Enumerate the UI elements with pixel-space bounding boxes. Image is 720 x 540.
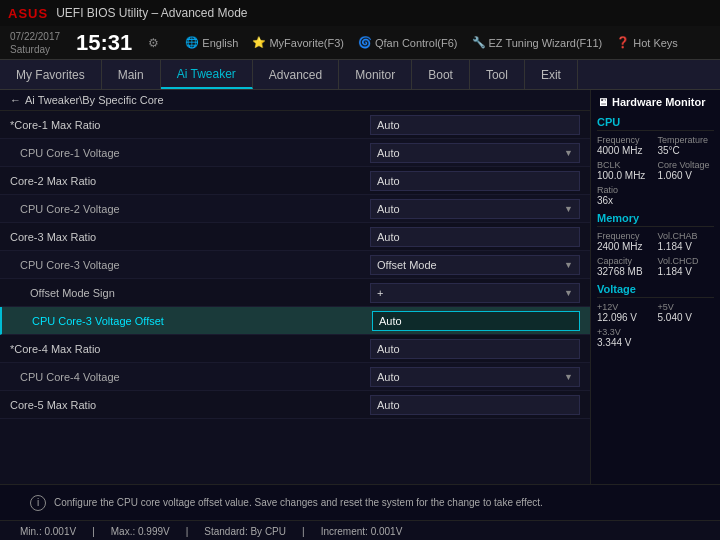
breadcrumb-path: Ai Tweaker\By Specific Core: [25, 94, 164, 106]
memory-section-title: Memory: [597, 212, 714, 227]
table-row: Core-3 Max Ratio Auto: [0, 223, 590, 251]
table-row: CPU Core-3 Voltage Offset Mode: [0, 251, 590, 279]
settings-list: *Core-1 Max Ratio Auto CPU Core-1 Voltag…: [0, 111, 590, 484]
tab-advanced[interactable]: Advanced: [253, 60, 339, 89]
setting-label: Core-5 Max Ratio: [10, 399, 370, 411]
date-block: 07/22/2017 Saturday: [10, 30, 60, 56]
hw-monitor: 🖥 Hardware Monitor CPU Frequency 4000 MH…: [590, 90, 720, 484]
hw-monitor-title: 🖥 Hardware Monitor: [597, 96, 714, 108]
cpu-section-title: CPU: [597, 116, 714, 131]
table-row: CPU Core-3 Voltage Offset Auto: [0, 307, 590, 335]
bios-title: UEFI BIOS Utility – Advanced Mode: [56, 6, 247, 20]
setting-label: CPU Core-4 Voltage: [10, 371, 370, 383]
list-item: Frequency 4000 MHz: [597, 135, 654, 156]
setting-label: CPU Core-1 Voltage: [10, 147, 370, 159]
setting-label: *Core-4 Max Ratio: [10, 343, 370, 355]
breadcrumb: ← Ai Tweaker\By Specific Core: [0, 90, 590, 111]
setting-input-active[interactable]: Auto: [372, 311, 580, 331]
list-item: +3.3V 3.344 V: [597, 327, 714, 348]
my-favorites-tool[interactable]: ⭐ MyFavorite(F3): [252, 36, 344, 49]
setting-dropdown[interactable]: Auto: [370, 367, 580, 387]
breadcrumb-arrow: ←: [10, 94, 21, 106]
table-row: CPU Core-2 Voltage Auto: [0, 195, 590, 223]
info-icon: i: [30, 495, 46, 511]
voltage-stats: +12V 12.096 V +5V 5.040 V +3.3V 3.344 V: [597, 302, 714, 348]
setting-dropdown[interactable]: Auto: [370, 199, 580, 219]
list-item: Vol.CHCD 1.184 V: [658, 256, 715, 277]
list-item: Frequency 2400 MHz: [597, 231, 654, 252]
setting-value[interactable]: Auto: [370, 395, 580, 415]
tab-ai-tweaker[interactable]: Ai Tweaker: [161, 60, 253, 89]
setting-value[interactable]: Auto: [370, 339, 580, 359]
hot-keys-tool[interactable]: ❓ Hot Keys: [616, 36, 678, 49]
params-bar: Min.: 0.001V | Max.: 0.999V | Standard: …: [0, 520, 720, 540]
table-row: CPU Core-1 Voltage Auto: [0, 139, 590, 167]
memory-stats: Frequency 2400 MHz Vol.CHAB 1.184 V Capa…: [597, 231, 714, 277]
list-item: Core Voltage 1.060 V: [658, 160, 715, 181]
table-row: Offset Mode Sign +: [0, 279, 590, 307]
setting-label: Offset Mode Sign: [10, 287, 370, 299]
monitor-icon: 🖥: [597, 96, 608, 108]
list-item: Ratio 36x: [597, 185, 714, 206]
setting-dropdown[interactable]: Offset Mode: [370, 255, 580, 275]
setting-label: CPU Core-3 Voltage: [10, 259, 370, 271]
setting-label: *Core-1 Max Ratio: [10, 119, 370, 131]
qfan-tool[interactable]: 🌀 Qfan Control(F6): [358, 36, 458, 49]
content-panel: ← Ai Tweaker\By Specific Core *Core-1 Ma…: [0, 90, 590, 484]
setting-label-active: CPU Core-3 Voltage Offset: [12, 315, 372, 327]
cpu-stats: Frequency 4000 MHz Temperature 35°C BCLK…: [597, 135, 714, 206]
table-row: Core-5 Max Ratio Auto: [0, 391, 590, 419]
tab-main[interactable]: Main: [102, 60, 161, 89]
top-bar: ASUS UEFI BIOS Utility – Advanced Mode: [0, 0, 720, 26]
setting-value[interactable]: Auto: [370, 171, 580, 191]
list-item: Temperature 35°C: [658, 135, 715, 156]
setting-dropdown[interactable]: +: [370, 283, 580, 303]
setting-dropdown[interactable]: Auto: [370, 143, 580, 163]
tab-exit[interactable]: Exit: [525, 60, 578, 89]
nav-tabs: My Favorites Main Ai Tweaker Advanced Mo…: [0, 60, 720, 90]
main-layout: ← Ai Tweaker\By Specific Core *Core-1 Ma…: [0, 90, 720, 484]
setting-label: CPU Core-2 Voltage: [10, 203, 370, 215]
list-item: Capacity 32768 MB: [597, 256, 654, 277]
list-item: BCLK 100.0 MHz: [597, 160, 654, 181]
list-item: +12V 12.096 V: [597, 302, 654, 323]
setting-value[interactable]: Auto: [370, 227, 580, 247]
list-item: +5V 5.040 V: [658, 302, 715, 323]
param-standard: Standard: By CPU: [204, 526, 286, 537]
tab-monitor[interactable]: Monitor: [339, 60, 412, 89]
voltage-section-title: Voltage: [597, 283, 714, 298]
setting-label: Core-3 Max Ratio: [10, 231, 370, 243]
gear-icon[interactable]: ⚙: [148, 36, 159, 50]
time-display: 15:31: [76, 30, 132, 56]
table-row: CPU Core-4 Voltage Auto: [0, 363, 590, 391]
tab-boot[interactable]: Boot: [412, 60, 470, 89]
tab-my-favorites[interactable]: My Favorites: [0, 60, 102, 89]
setting-label: Core-2 Max Ratio: [10, 175, 370, 187]
list-item: Vol.CHAB 1.184 V: [658, 231, 715, 252]
param-increment: Increment: 0.001V: [321, 526, 403, 537]
info-description: Configure the CPU core voltage offset va…: [54, 497, 543, 508]
param-min: Min.: 0.001V: [20, 526, 76, 537]
ez-tuning-tool[interactable]: 🔧 EZ Tuning Wizard(F11): [472, 36, 603, 49]
time-bar: 07/22/2017 Saturday 15:31 ⚙ 🌐 English ⭐ …: [0, 26, 720, 60]
language-selector[interactable]: 🌐 English: [185, 36, 238, 49]
table-row: Core-2 Max Ratio Auto: [0, 167, 590, 195]
tab-tool[interactable]: Tool: [470, 60, 525, 89]
table-row: *Core-4 Max Ratio Auto: [0, 335, 590, 363]
table-row: *Core-1 Max Ratio Auto: [0, 111, 590, 139]
info-bar: i Configure the CPU core voltage offset …: [0, 484, 720, 520]
setting-value[interactable]: Auto: [370, 115, 580, 135]
time-bar-tools: 🌐 English ⭐ MyFavorite(F3) 🌀 Qfan Contro…: [185, 36, 678, 49]
asus-logo: ASUS: [8, 6, 48, 21]
param-max: Max.: 0.999V: [111, 526, 170, 537]
